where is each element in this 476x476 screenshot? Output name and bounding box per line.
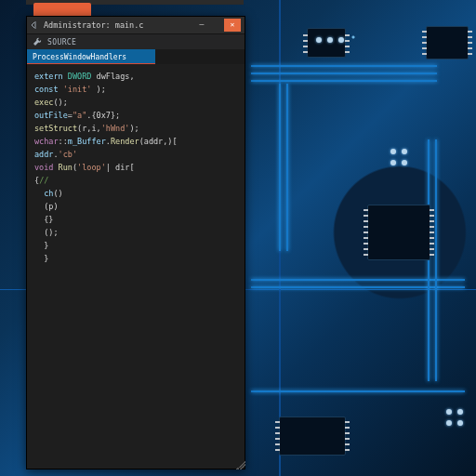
toolbar: SOURCE — [27, 34, 245, 49]
window-title: Administrator: main.c — [44, 20, 194, 30]
code-line: outFile="a".{0x7}; — [34, 109, 237, 122]
code-line: addr.'cb' — [34, 148, 237, 161]
code-line: extern DWORD dwFlags, — [34, 70, 237, 83]
code-line: const 'init' ); — [34, 83, 237, 96]
code-editor[interactable]: extern DWORD dwFlags,const 'init' );exec… — [27, 64, 245, 469]
code-line: (); — [34, 226, 237, 239]
file-tab-label: ProcessWindowHandlers — [33, 53, 126, 61]
code-line: exec(); — [34, 96, 237, 109]
editor-window: Administrator: main.c ─ ✕ SOURCE Process… — [26, 16, 245, 469]
code-line: (p) — [34, 200, 237, 213]
code-line: } — [34, 252, 237, 265]
resize-handle[interactable] — [236, 460, 245, 469]
code-line: ch() — [34, 187, 237, 200]
file-tab-active[interactable]: ProcessWindowHandlers — [27, 49, 155, 64]
code-line: {} — [34, 213, 237, 226]
close-button[interactable]: ✕ — [224, 19, 241, 32]
app-icon — [31, 20, 40, 30]
code-line: void Run('loop'| dir[ — [34, 161, 237, 174]
code-line: setStruct(r,i,'hWnd'); — [34, 122, 237, 135]
maximize-button[interactable] — [209, 19, 224, 32]
external-tab[interactable] — [33, 3, 91, 16]
code-line: wchar::m_Buffer.Render(addr,)[ — [34, 135, 237, 148]
titlebar[interactable]: Administrator: main.c ─ ✕ — [27, 17, 245, 34]
minimize-button[interactable]: ─ — [194, 19, 209, 32]
tab-strip: ProcessWindowHandlers — [27, 49, 245, 64]
code-line: {// — [34, 174, 237, 187]
code-line: } — [34, 239, 237, 252]
wrench-icon[interactable] — [33, 37, 42, 46]
menu-source[interactable]: SOURCE — [47, 38, 76, 46]
